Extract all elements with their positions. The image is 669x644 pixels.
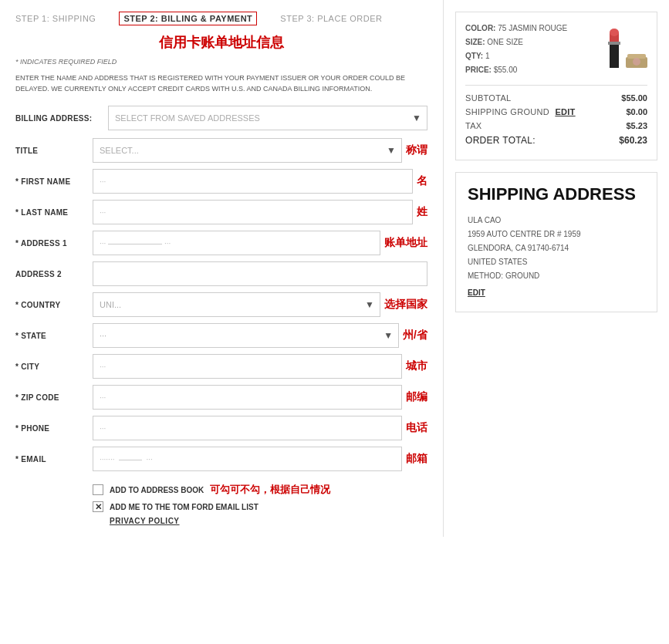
price-value: $55.00 xyxy=(494,66,518,74)
billing-address-select[interactable]: SELECT FROM SAVED ADDRESSES xyxy=(108,106,427,130)
address-book-label: ADD TO ADDRESS BOOK xyxy=(110,486,204,494)
address1-input[interactable] xyxy=(93,231,380,255)
shipping-edit-link[interactable]: EDIT xyxy=(555,107,575,116)
billing-address-field[interactable]: SELECT FROM SAVED ADDRESSES ▼ xyxy=(108,106,427,130)
city-row: * CITY 城市 xyxy=(15,354,427,379)
product-image-area xyxy=(606,22,647,68)
shipping-name: ULA CAO xyxy=(468,214,645,228)
subtotal-value: $55.00 xyxy=(621,93,647,103)
shipping-method-value: GROUND xyxy=(505,271,539,280)
phone-label: * PHONE xyxy=(15,424,93,433)
steps-header: STEP 1: SHIPPING STEP 2: BILLING & PAYME… xyxy=(15,12,427,25)
last-name-field[interactable] xyxy=(93,200,413,224)
price-label: PRICE: xyxy=(465,66,492,74)
color-value: 75 JASMIN ROUGE xyxy=(498,24,567,32)
address2-field[interactable] xyxy=(93,261,427,286)
state-select[interactable]: ··· xyxy=(93,323,399,348)
zip-input[interactable] xyxy=(93,385,402,410)
address-book-checkbox[interactable] xyxy=(93,484,103,495)
zip-cn-annotation: 邮编 xyxy=(406,390,427,404)
billing-address-label: BILLING ADDRESS: xyxy=(15,114,108,123)
step3[interactable]: STEP 3: PLACE ORDER xyxy=(280,14,382,23)
qty-label: QTY: xyxy=(465,52,483,60)
email-cn-annotation: 邮箱 xyxy=(406,452,427,466)
zip-label: * ZIP CODE xyxy=(15,393,93,402)
total-value: $60.23 xyxy=(619,135,647,146)
color-label: COLOR: xyxy=(465,24,495,32)
country-row: * COUNTRY UNI... ▼ 选择国家 xyxy=(15,292,427,317)
phone-field[interactable] xyxy=(93,416,402,440)
zip-field[interactable] xyxy=(93,385,402,410)
address-book-row: ADD TO ADDRESS BOOK 可勾可不勾，根据自己情况 xyxy=(93,483,427,497)
email-list-row: ✕ ADD ME TO THE TOM FORD EMAIL LIST xyxy=(93,501,427,512)
address-book-cn-note: 可勾可不勾，根据自己情况 xyxy=(210,483,330,497)
address2-row: ADDRESS 2 xyxy=(15,261,427,286)
email-field-wrapper[interactable] xyxy=(93,447,402,471)
total-label: ORDER TOTAL: xyxy=(465,135,536,146)
email-list-checkbox[interactable]: ✕ xyxy=(93,501,103,512)
subtotal-row: SUBTOTAL $55.00 xyxy=(465,93,647,103)
checkbox-area: ADD TO ADDRESS BOOK 可勾可不勾，根据自己情况 ✕ ADD M… xyxy=(93,483,427,525)
lipstick-icon xyxy=(606,22,623,68)
shipping-row: SHIPPING GROUND EDIT $0.00 xyxy=(465,107,647,116)
title-row: TITLE SELECT... ▼ 称谓 xyxy=(15,138,427,163)
last-name-cn-annotation: 姓 xyxy=(417,205,427,219)
email-input[interactable] xyxy=(93,447,402,471)
tax-value: $5.23 xyxy=(626,121,647,130)
address2-input[interactable] xyxy=(93,261,427,286)
address1-row: * ADDRESS 1 账单地址 xyxy=(15,231,427,255)
state-row: * STATE ··· ▼ 州/省 xyxy=(15,323,427,348)
product-size: SIZE: ONE SIZE xyxy=(465,35,567,49)
shipping-method-label: METHOD: xyxy=(468,271,503,280)
last-name-row: * LAST NAME 姓 xyxy=(15,200,427,224)
lipstick-image xyxy=(606,22,647,68)
svg-point-2 xyxy=(610,29,619,36)
email-list-label: ADD ME TO THE TOM FORD EMAIL LIST xyxy=(110,503,258,511)
title-field[interactable]: SELECT... ▼ xyxy=(93,138,402,163)
qty-value: 1 xyxy=(485,52,490,60)
billing-address-row: BILLING ADDRESS: SELECT FROM SAVED ADDRE… xyxy=(15,106,427,130)
first-name-input[interactable] xyxy=(93,169,413,194)
shipping-address-title: SHIPPING ADDRESS xyxy=(468,184,645,204)
phone-input[interactable] xyxy=(93,416,402,440)
size-label: SIZE: xyxy=(465,38,485,46)
city-input[interactable] xyxy=(93,354,402,379)
shipping-street: 1959 AUTO CENTRE DR # 1959 xyxy=(468,228,645,241)
city-label: * CITY xyxy=(15,362,93,371)
svg-rect-3 xyxy=(608,42,620,45)
shipping-value: $0.00 xyxy=(626,107,647,116)
shipping-edit-link[interactable]: EDIT xyxy=(468,286,645,300)
shipping-method: METHOD: GROUND xyxy=(468,269,645,283)
address2-label: ADDRESS 2 xyxy=(15,270,93,278)
step2: STEP 2: BILLING & PAYMENT xyxy=(119,12,257,25)
title-cn-annotation: 称谓 xyxy=(406,143,427,157)
first-name-row: * FIRST NAME 名 xyxy=(15,169,427,194)
total-row: ORDER TOTAL: $60.23 xyxy=(465,135,647,146)
address1-cn-annotation: 账单地址 xyxy=(384,236,427,250)
shipping-label: SHIPPING GROUND EDIT xyxy=(465,107,576,116)
phone-cn-annotation: 电话 xyxy=(406,421,427,435)
address1-field[interactable] xyxy=(93,231,380,255)
country-field[interactable]: UNI... ▼ xyxy=(93,292,380,317)
last-name-input[interactable] xyxy=(93,200,413,224)
zip-row: * ZIP CODE 邮编 xyxy=(15,385,427,410)
step1[interactable]: STEP 1: SHIPPING xyxy=(15,14,96,23)
last-name-label: * LAST NAME xyxy=(15,208,93,217)
state-field[interactable]: ··· ▼ xyxy=(93,323,399,348)
email-label: * EMAIL xyxy=(15,455,93,464)
required-note: * INDICATES REQUIRED FIELD xyxy=(15,58,427,66)
city-cn-annotation: 城市 xyxy=(406,359,427,373)
product-section: COLOR: 75 JASMIN ROUGE SIZE: ONE SIZE QT… xyxy=(455,12,657,160)
product-detail-row: COLOR: 75 JASMIN ROUGE SIZE: ONE SIZE QT… xyxy=(465,22,647,77)
city-field[interactable] xyxy=(93,354,402,379)
first-name-field[interactable] xyxy=(93,169,413,194)
state-label: * STATE xyxy=(15,332,93,340)
tax-row: TAX $5.23 xyxy=(465,121,647,130)
country-select[interactable]: UNI... xyxy=(93,292,380,317)
country-cn-annotation: 选择国家 xyxy=(384,298,427,312)
shipping-info: ULA CAO 1959 AUTO CENTRE DR # 1959 GLEND… xyxy=(468,214,645,300)
title-select[interactable]: SELECT... xyxy=(93,138,402,163)
product-color: COLOR: 75 JASMIN ROUGE xyxy=(465,22,567,35)
privacy-policy-link[interactable]: PRIVACY POLICY xyxy=(110,517,427,525)
first-name-label: * FIRST NAME xyxy=(15,177,93,186)
